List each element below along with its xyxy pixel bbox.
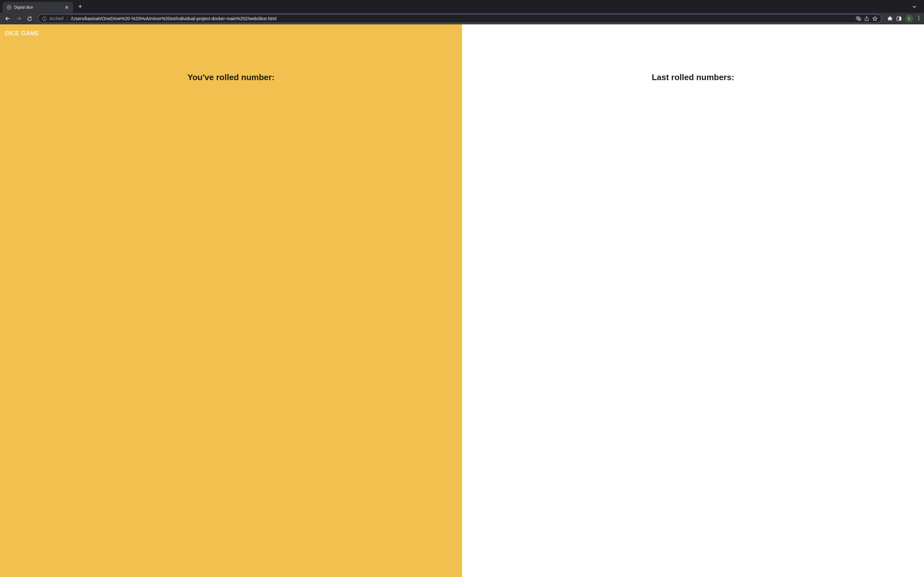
profile-avatar[interactable]: k — [905, 15, 913, 23]
extensions-icon[interactable] — [887, 16, 893, 21]
browser-chrome: Digital dice — [0, 0, 924, 24]
toolbar-right: k — [887, 15, 921, 23]
svg-point-19 — [919, 17, 919, 18]
star-icon[interactable] — [872, 16, 877, 21]
translate-icon[interactable] — [856, 16, 861, 21]
toolbar: Archief | /Users/kasinah/OneDrive%20-%20… — [0, 13, 924, 24]
app-title: DICE GAME — [5, 30, 39, 37]
info-icon[interactable] — [42, 16, 47, 21]
new-tab-button[interactable] — [76, 2, 85, 11]
kebab-menu-icon[interactable] — [917, 15, 921, 22]
address-bar-actions — [856, 16, 877, 21]
svg-marker-14 — [873, 17, 877, 21]
share-icon[interactable] — [864, 16, 869, 21]
chevron-down-icon[interactable] — [910, 3, 919, 10]
url-path: /Users/kasinah/OneDrive%20-%20HvA/minor%… — [71, 16, 853, 21]
tab-bar-right — [910, 3, 921, 10]
svg-rect-17 — [900, 17, 901, 21]
tab-title: Digital dice — [14, 5, 62, 10]
url-prefix: Archief — [49, 16, 63, 21]
right-panel: Last rolled numbers: — [462, 24, 924, 577]
address-bar[interactable]: Archief | /Users/kasinah/OneDrive%20-%20… — [38, 14, 882, 23]
close-icon[interactable] — [64, 5, 69, 10]
svg-point-11 — [44, 17, 45, 18]
page-content: DICE GAME You've rolled number: Last rol… — [0, 24, 924, 577]
reload-button[interactable] — [25, 14, 34, 23]
globe-icon — [6, 5, 11, 10]
svg-point-20 — [919, 19, 919, 20]
rolled-number-heading: You've rolled number: — [187, 73, 275, 82]
browser-tab[interactable]: Digital dice — [3, 2, 73, 13]
avatar-initial: k — [908, 16, 910, 21]
svg-point-18 — [919, 16, 919, 17]
forward-button[interactable] — [14, 14, 23, 23]
last-rolled-heading: Last rolled numbers: — [652, 73, 734, 82]
url-divider: | — [67, 16, 68, 21]
back-button[interactable] — [3, 14, 12, 23]
side-panel-icon[interactable] — [897, 16, 901, 21]
tab-bar: Digital dice — [0, 0, 924, 13]
left-panel: DICE GAME You've rolled number: — [0, 24, 462, 577]
